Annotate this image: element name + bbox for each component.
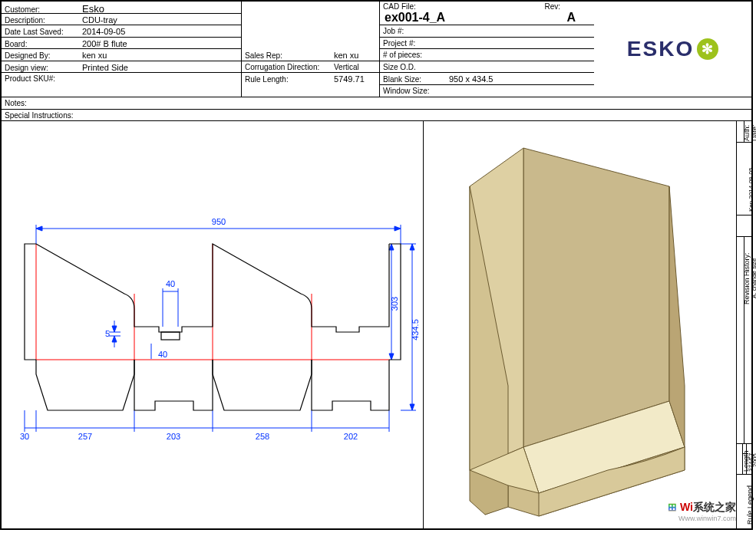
cad-file-row: CAD File: Rev: ex001-4_A A [380, 2, 594, 25]
board-value: 200# B flute [78, 39, 127, 48]
rev-hist-value: A. change size [751, 258, 757, 298]
dim-offset-l: 30 [20, 432, 29, 441]
watermark-text: 系统之家 [693, 501, 736, 513]
svg-marker-11 [389, 244, 394, 250]
watermark-red: Wi [680, 501, 693, 513]
svg-marker-40 [523, 148, 669, 447]
drawing-body: 950 434.5 303 30 257 203 258 202 40 40 5 [2, 121, 751, 528]
dim-total-h: 434.5 [411, 319, 420, 341]
blank-value: 950 x 434.5 [444, 74, 494, 84]
dim-slot-w: 40 [166, 279, 175, 288]
dieline-svg: 950 434.5 303 30 257 203 258 202 40 40 5 [2, 121, 424, 533]
sales-rep-label: Sales Rep: [245, 51, 329, 60]
esko-logo: ESKO ✻ [627, 37, 718, 61]
dim-total-w: 950 [212, 217, 226, 226]
dim-h-upper: 303 [390, 297, 399, 311]
dim-slot-h: 40 [158, 350, 167, 359]
job-label: Job #: [383, 27, 444, 35]
date-label: Date: [751, 124, 757, 141]
svg-marker-4 [395, 226, 401, 231]
svg-marker-3 [36, 226, 42, 231]
logo-flower-icon: ✻ [697, 38, 718, 60]
logo-text: ESKO [627, 37, 694, 61]
designed-by-label: Designed By: [5, 51, 78, 60]
designed-by-value: ken xu [78, 51, 107, 60]
window-label: Window Size: [383, 87, 444, 95]
date-value: Ken 2014-09-05 [748, 168, 754, 212]
svg-marker-31 [112, 326, 117, 332]
pieces-label: # of pieces: [383, 51, 444, 59]
revision-sidebar: Auth: Date: Ken 2014-09-05 Revision Hist… [736, 121, 751, 528]
length-v2: 2005 [751, 453, 756, 467]
rev-label: Rev: [544, 2, 560, 11]
dim-panel1: 257 [78, 432, 92, 441]
notes-label: Notes: [5, 99, 27, 107]
dim-nick: 5 [105, 329, 110, 338]
dim-panel2: 203 [167, 432, 180, 441]
size-od-label: Size O.D. [383, 63, 444, 71]
dim-panel4: 202 [344, 432, 358, 441]
design-view-value: Printed Side [78, 63, 128, 72]
corr-dir-label: Corrugation Direction: [245, 63, 329, 71]
psku-label: Product SKU#: [5, 74, 78, 83]
dim-panel3: 258 [256, 432, 269, 441]
customer-label: Customer: [5, 5, 78, 14]
dls-label: Date Last Saved: [5, 28, 78, 36]
svg-marker-7 [410, 404, 414, 410]
design-view-label: Design view: [5, 64, 78, 72]
rev-value: A [566, 11, 576, 25]
rule-len-value: 5749.71 [329, 74, 365, 84]
project-label: Project #: [383, 39, 444, 48]
description-value: CDU-tray [78, 15, 117, 25]
corr-dir-value: Vertical [329, 63, 359, 71]
sales-rep-value: ken xu [329, 51, 358, 60]
svg-marker-33 [112, 336, 117, 342]
3d-box-svg [424, 121, 721, 533]
svg-marker-45 [669, 186, 685, 447]
blank-label: Blank Size: [383, 75, 444, 84]
watermark: ⊞ Wi系统之家 Www.winwin7.com [668, 501, 736, 522]
svg-marker-12 [389, 354, 394, 360]
title-block: Customer:Esko Description:CDU-tray Date … [2, 2, 751, 97]
3d-render-view [424, 121, 736, 528]
dls-value: 2014-09-05 [78, 27, 125, 36]
svg-rect-39 [161, 332, 180, 340]
board-label: Board: [5, 40, 78, 48]
special-instructions-label: Special Instructions: [5, 111, 74, 120]
watermark-sub: Www.winwin7.com [668, 515, 736, 522]
flat-dieline-view: 950 434.5 303 30 257 203 258 202 40 40 5 [2, 121, 424, 528]
drawing-sheet: Customer:Esko Description:CDU-tray Date … [0, 0, 753, 530]
description-label: Description: [5, 16, 78, 25]
cad-file-value: ex001-4_A [383, 11, 445, 25]
cad-file-label: CAD File: [383, 2, 416, 11]
watermark-icon: ⊞ [668, 501, 677, 513]
rule-legend-label: Rule Legend [746, 485, 754, 525]
rule-len-label: Rule Length: [245, 75, 329, 84]
svg-marker-6 [410, 244, 414, 250]
